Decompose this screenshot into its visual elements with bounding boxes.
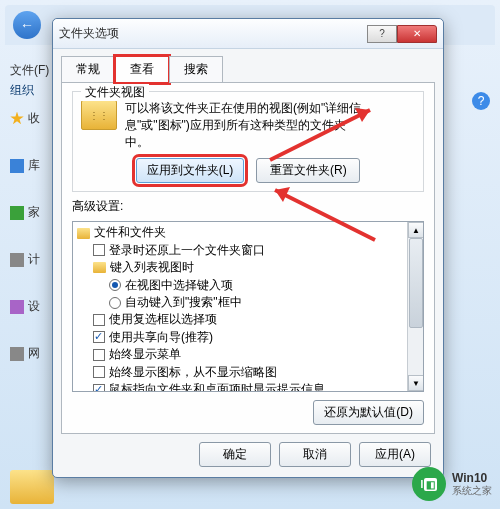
checkbox-icon[interactable] bbox=[93, 331, 105, 343]
watermark-line2: 系统之家 bbox=[452, 485, 492, 497]
tree-always-icons[interactable]: 始终显示图标，从不显示缩略图 bbox=[77, 364, 421, 381]
folder-icon bbox=[81, 100, 117, 130]
scroll-up-icon[interactable]: ▲ bbox=[408, 222, 424, 238]
tab-view-panel: 文件夹视图 可以将该文件夹正在使用的视图(例如"详细信 息"或"图标")应用到所… bbox=[61, 82, 435, 434]
explorer-menu-file[interactable]: 文件(F) bbox=[10, 62, 49, 79]
radio-icon[interactable] bbox=[109, 297, 121, 309]
dialog-button-bar: 确定 取消 应用(A) bbox=[53, 434, 443, 477]
dialog-titlebar[interactable]: 文件夹选项 ? ✕ bbox=[53, 19, 443, 49]
watermark-line1: Win10 bbox=[452, 471, 492, 485]
checkbox-icon[interactable] bbox=[93, 366, 105, 378]
advanced-settings-tree[interactable]: 文件和文件夹 登录时还原上一个文件夹窗口 键入列表视图时 在视图中选择键入项 自… bbox=[72, 221, 424, 392]
tree-scrollbar[interactable]: ▲ ▼ bbox=[407, 222, 423, 391]
watermark: I◧ Win10 系统之家 bbox=[412, 467, 492, 501]
homegroup-icon bbox=[10, 206, 24, 220]
back-button[interactable]: ← bbox=[13, 11, 41, 39]
apply-button[interactable]: 应用(A) bbox=[359, 442, 431, 467]
folder-view-description: 可以将该文件夹正在使用的视图(例如"详细信 息"或"图标")应用到所有这种类型的… bbox=[125, 100, 361, 150]
help-icon[interactable]: ? bbox=[472, 92, 490, 110]
dialog-tabs: 常规 查看 搜索 bbox=[53, 49, 443, 82]
scroll-down-icon[interactable]: ▼ bbox=[408, 375, 424, 391]
dialog-title: 文件夹选项 bbox=[59, 25, 367, 42]
star-icon bbox=[10, 112, 24, 126]
tree-restore-windows[interactable]: 登录时还原上一个文件夹窗口 bbox=[77, 242, 421, 259]
network-icon bbox=[10, 347, 24, 361]
checkbox-icon[interactable] bbox=[93, 244, 105, 256]
tree-tooltips[interactable]: 鼠标指向文件夹和桌面项时显示提示信息 bbox=[77, 381, 421, 392]
tree-sharing-wizard[interactable]: 使用共享向导(推荐) bbox=[77, 329, 421, 346]
tree-auto-search[interactable]: 自动键入到"搜索"框中 bbox=[77, 294, 421, 311]
checkbox-icon[interactable] bbox=[93, 349, 105, 361]
group-title: 文件夹视图 bbox=[81, 84, 149, 101]
folder-options-dialog: 文件夹选项 ? ✕ 常规 查看 搜索 文件夹视图 可以将该文件夹正在使用的视图(… bbox=[52, 18, 444, 478]
tree-select-typed[interactable]: 在视图中选择键入项 bbox=[77, 277, 421, 294]
folder-view-group: 文件夹视图 可以将该文件夹正在使用的视图(例如"详细信 息"或"图标")应用到所… bbox=[72, 91, 424, 192]
checkbox-icon[interactable] bbox=[93, 314, 105, 326]
cancel-button[interactable]: 取消 bbox=[279, 442, 351, 467]
tree-node-files-folders[interactable]: 文件和文件夹 bbox=[77, 224, 421, 241]
folder-icon bbox=[77, 228, 90, 239]
advanced-settings-label: 高级设置: bbox=[72, 198, 424, 215]
radio-icon[interactable] bbox=[109, 279, 121, 291]
scroll-thumb[interactable] bbox=[409, 238, 423, 328]
checkbox-icon[interactable] bbox=[93, 384, 105, 392]
watermark-badge-icon: I◧ bbox=[412, 467, 446, 501]
apply-to-folders-button[interactable]: 应用到文件夹(L) bbox=[136, 158, 245, 183]
tree-typing-list[interactable]: 键入列表视图时 bbox=[77, 259, 421, 276]
library-icon bbox=[10, 159, 24, 173]
close-button[interactable]: ✕ bbox=[397, 25, 437, 43]
ok-button[interactable]: 确定 bbox=[199, 442, 271, 467]
tree-checkboxes[interactable]: 使用复选框以选择项 bbox=[77, 311, 421, 328]
explorer-toolbar-organize[interactable]: 组织 bbox=[10, 82, 34, 99]
reset-folders-button[interactable]: 重置文件夹(R) bbox=[256, 158, 360, 183]
tree-always-menu[interactable]: 始终显示菜单 bbox=[77, 346, 421, 363]
restore-defaults-button[interactable]: 还原为默认值(D) bbox=[313, 400, 424, 425]
folder-icon bbox=[93, 262, 106, 273]
tab-general[interactable]: 常规 bbox=[61, 56, 115, 83]
tab-search[interactable]: 搜索 bbox=[169, 56, 223, 83]
settings-icon bbox=[10, 300, 24, 314]
help-button[interactable]: ? bbox=[367, 25, 397, 43]
tab-view[interactable]: 查看 bbox=[115, 56, 169, 83]
folder-large-icon bbox=[10, 470, 54, 504]
computer-icon bbox=[10, 253, 24, 267]
